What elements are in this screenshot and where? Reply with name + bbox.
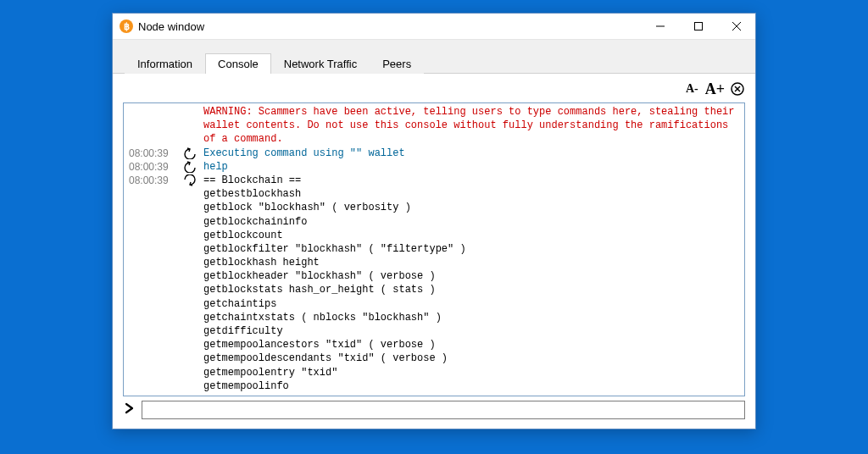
minimize-button[interactable] — [641, 14, 679, 39]
tab-information[interactable]: Information — [125, 53, 205, 74]
console-panel: A- A+ WARNING: Scammers have been active… — [113, 74, 755, 429]
tabbar: Information Console Network Traffic Peer… — [113, 53, 755, 74]
toolbar-gap — [113, 39, 755, 53]
minimize-icon — [656, 22, 665, 30]
svg-rect-1 — [694, 23, 702, 30]
timestamp: 08:00:39 — [125, 147, 176, 160]
clear-console-button[interactable] — [730, 81, 745, 97]
maximize-icon — [694, 22, 703, 30]
console-row: 08:00:39 help — [125, 160, 744, 174]
console-message: Executing command using "" wallet — [203, 147, 744, 160]
console-message: == Blockchain == getbestblockhash getblo… — [203, 174, 744, 393]
console-message: help — [203, 160, 744, 174]
console-row: 08:00:39 Executing command using "" wall… — [125, 147, 744, 160]
bitcoin-icon: ฿ — [120, 19, 133, 33]
tab-label: Peers — [382, 58, 411, 70]
close-icon — [732, 22, 741, 30]
prompt-icon — [123, 402, 136, 418]
tab-label: Console — [218, 58, 259, 70]
font-increase-button[interactable]: A+ — [704, 80, 726, 98]
titlebar[interactable]: ฿ Node window — [113, 14, 755, 39]
tab-label: Network Traffic — [284, 58, 357, 70]
window-buttons — [641, 14, 755, 39]
reply-in-icon — [176, 174, 203, 186]
tab-network-traffic[interactable]: Network Traffic — [271, 53, 370, 74]
timestamp: 08:00:39 — [125, 160, 176, 174]
tab-label: Information — [137, 58, 192, 70]
console-warning: WARNING: Scammers have been active, tell… — [203, 105, 744, 147]
close-button[interactable] — [717, 14, 755, 39]
console-warning-row: WARNING: Scammers have been active, tell… — [125, 105, 744, 147]
reply-out-icon — [176, 160, 203, 173]
reply-out-icon — [176, 147, 203, 159]
clear-icon — [730, 81, 745, 97]
console-toolbar: A- A+ — [123, 79, 745, 99]
console-row: 08:00:39 == Blockchain == getbestblockha… — [125, 174, 744, 393]
tab-console[interactable]: Console — [205, 53, 271, 74]
console-output[interactable]: WARNING: Scammers have been active, tell… — [123, 102, 745, 396]
window-title: Node window — [138, 20, 204, 33]
node-window: ฿ Node window Information Console Networ… — [112, 13, 756, 429]
tab-peers[interactable]: Peers — [370, 53, 424, 74]
console-input[interactable] — [142, 401, 745, 419]
timestamp: 08:00:39 — [125, 174, 176, 187]
maximize-button[interactable] — [679, 14, 717, 39]
console-input-row — [123, 400, 745, 420]
direction-icon — [176, 105, 203, 106]
font-decrease-button[interactable]: A- — [684, 82, 700, 96]
